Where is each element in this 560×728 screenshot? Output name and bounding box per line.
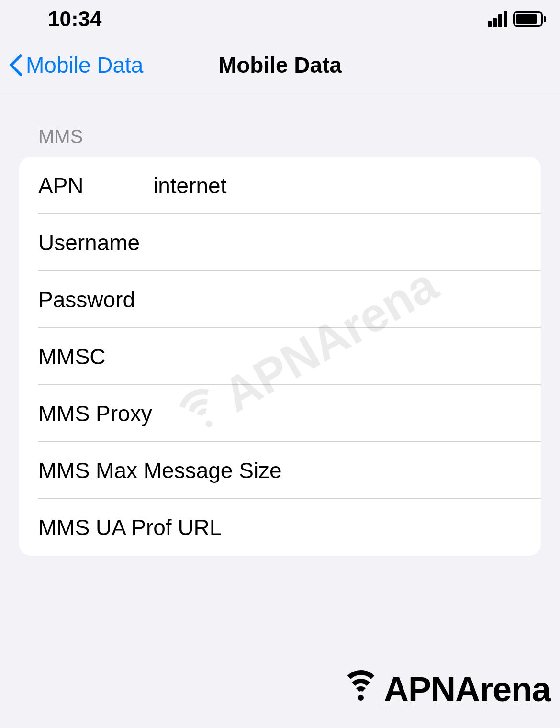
row-mms-max-size[interactable]: MMS Max Message Size <box>19 442 541 499</box>
cellular-signal-icon <box>488 11 507 27</box>
row-password[interactable]: Password <box>19 271 541 328</box>
row-username[interactable]: Username <box>19 214 541 271</box>
back-button[interactable]: Mobile Data <box>0 52 143 78</box>
row-mmsc[interactable]: MMSC <box>19 328 541 385</box>
brand-label: APNArena <box>342 670 550 709</box>
content: MMS APN Username Password MMSC MMS Proxy… <box>0 92 560 556</box>
mmsc-field[interactable] <box>153 344 541 370</box>
row-label-apn: APN <box>38 173 153 199</box>
row-label-mms-max-size: MMS Max Message Size <box>38 458 282 483</box>
row-label-mmsc: MMSC <box>38 344 153 370</box>
password-field[interactable] <box>153 287 541 313</box>
mms-proxy-field[interactable] <box>152 401 541 426</box>
battery-icon <box>513 11 546 27</box>
mms-max-size-field[interactable] <box>282 458 541 483</box>
brand-text: APNArena <box>384 670 550 709</box>
mms-ua-prof-url-field[interactable] <box>222 515 541 540</box>
row-apn[interactable]: APN <box>19 157 541 214</box>
section-header-mms: MMS <box>0 126 560 147</box>
row-label-username: Username <box>38 230 153 256</box>
row-label-mms-ua-prof-url: MMS UA Prof URL <box>38 515 222 540</box>
settings-group-mms: APN Username Password MMSC MMS Proxy MMS… <box>19 157 541 556</box>
chevron-left-icon <box>10 55 21 75</box>
apn-field[interactable] <box>153 173 541 199</box>
status-bar: 10:34 <box>0 0 560 38</box>
row-label-mms-proxy: MMS Proxy <box>38 401 152 426</box>
status-time: 10:34 <box>48 7 102 31</box>
back-button-label: Mobile Data <box>26 52 143 78</box>
status-icons <box>488 11 546 27</box>
row-mms-ua-prof-url[interactable]: MMS UA Prof URL <box>19 499 541 556</box>
row-label-password: Password <box>38 287 153 313</box>
row-mms-proxy[interactable]: MMS Proxy <box>19 385 541 442</box>
navigation-bar: Mobile Data Mobile Data <box>0 38 560 92</box>
page-title: Mobile Data <box>218 52 342 78</box>
wifi-icon <box>342 675 380 704</box>
username-field[interactable] <box>153 230 541 256</box>
